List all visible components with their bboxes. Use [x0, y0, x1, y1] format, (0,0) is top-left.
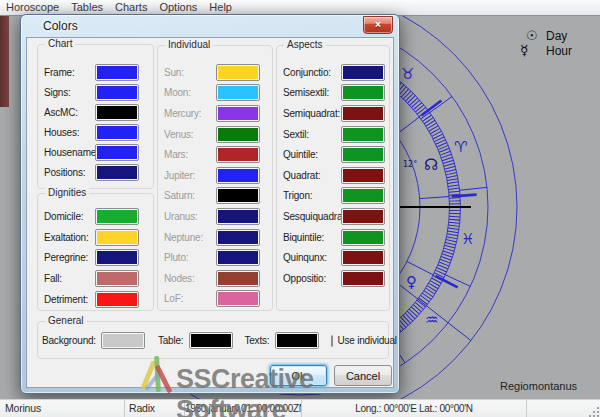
dignity-domicile-color-swatch[interactable] [95, 208, 139, 225]
color-row: Exaltation: [44, 227, 139, 248]
row-label: Mercury: [164, 108, 216, 119]
background-color-swatch[interactable] [101, 332, 145, 349]
resize-grip[interactable] [587, 405, 599, 417]
chart-signs-color-swatch[interactable] [95, 84, 139, 101]
row-label: Semiquadrat: [283, 108, 341, 119]
row-label: Positions: [44, 167, 95, 178]
color-fill [218, 210, 258, 223]
color-row: Jupiter: [164, 165, 260, 186]
color-row: Conjunctio: [283, 62, 385, 83]
color-row: Fall: [44, 268, 139, 289]
color-fill [343, 210, 383, 223]
color-fill [97, 106, 137, 119]
color-row: Venus: [164, 124, 260, 145]
color-fill [343, 148, 383, 161]
aspect-oppositio-color-swatch[interactable] [341, 270, 385, 287]
dignity-peregrine-color-swatch[interactable] [95, 249, 139, 266]
table-color-swatch[interactable] [189, 332, 233, 349]
color-fill [343, 128, 383, 141]
row-label: Domicile: [44, 211, 95, 222]
aspect-sextil-color-swatch[interactable] [341, 126, 385, 143]
aspect-conjunctio-color-swatch[interactable] [341, 64, 385, 81]
row-label: Mars: [164, 149, 216, 160]
row-label: Venus: [164, 129, 216, 140]
aspect-quintile-color-swatch[interactable] [341, 146, 385, 163]
group-general: General Background: Table: Texts: Use in… [37, 321, 389, 359]
color-fill [218, 292, 258, 305]
taurus-glyph: ♉ [401, 65, 414, 83]
ok-button[interactable]: Ok [270, 365, 327, 386]
individual-jupiter-color-swatch [216, 167, 260, 184]
sun-icon: ☉ [526, 28, 538, 43]
color-row: Quadrat: [283, 165, 385, 186]
color-fill [191, 334, 231, 347]
app-window: Horoscope Tables Charts Options Help [0, 0, 600, 417]
group-aspects: Aspects Conjunctio: Semisextil: Semiquad… [276, 45, 390, 311]
row-label: Saturn: [164, 190, 216, 201]
cancel-button[interactable]: Cancel [334, 365, 392, 386]
color-row: Quintile: [283, 144, 385, 165]
color-row: Sextil: [283, 124, 385, 145]
row-label: Quinqunx: [283, 252, 341, 263]
chart-ascmc-color-swatch[interactable] [95, 104, 139, 121]
status-datetime: 1950.january.01. 00:00:00ZN [185, 400, 302, 417]
aspect-trigon-color-swatch[interactable] [341, 187, 385, 204]
aspect-biquintile-color-swatch[interactable] [341, 229, 385, 246]
chart-positions-color-swatch[interactable] [95, 164, 139, 181]
use-individual-checkbox[interactable] [331, 335, 333, 347]
aspect-quinqunx-color-swatch[interactable] [341, 249, 385, 266]
color-row: Neptune: [164, 227, 260, 248]
use-individual-label: Use individual [337, 335, 396, 346]
pisces-glyph: ♓ [461, 230, 474, 248]
row-label: Quintile: [283, 149, 341, 160]
row-label: Frame: [44, 67, 95, 78]
menu-options[interactable]: Options [153, 0, 203, 15]
color-row: Sun: [164, 62, 260, 83]
close-button[interactable]: × [363, 16, 393, 34]
group-chart-label: Chart [45, 38, 75, 49]
row-label: LoF: [164, 293, 216, 304]
menu-charts[interactable]: Charts [109, 0, 153, 15]
aspect-quadrat-color-swatch[interactable] [341, 167, 385, 184]
color-row: Uranus: [164, 206, 260, 227]
aspect-sesquiquadrat-color-swatch[interactable] [341, 208, 385, 225]
row-label: Semisextil: [283, 87, 341, 98]
color-fill [218, 251, 258, 264]
row-label: Moon: [164, 87, 216, 98]
window-edge-strip [0, 10, 9, 107]
colors-dialog: Colors × Chart Frame: Signs: AscMC: Hous… [20, 14, 400, 394]
dignity-exaltation-color-swatch[interactable] [95, 229, 139, 246]
background-label: Background: [42, 335, 96, 346]
color-fill [218, 107, 258, 120]
color-row: Saturn: [164, 186, 260, 207]
color-row: Houses: [44, 122, 139, 142]
row-label: Jupiter: [164, 170, 216, 181]
row-label: Conjunctio: [283, 67, 341, 78]
group-chart: Chart Frame: Signs: AscMC: Houses: House… [37, 44, 154, 189]
row-label: Exaltation: [44, 232, 95, 243]
individual-pluto-color-swatch [216, 249, 260, 266]
row-label: Trigon: [283, 190, 341, 201]
color-row: Positions: [44, 162, 139, 182]
color-fill [97, 272, 137, 285]
menu-horoscope[interactable]: Horoscope [0, 0, 65, 15]
group-individual: Individual Sun: Moon: Mercury: Venus: Ma… [157, 45, 273, 311]
individual-venus-color-swatch [216, 126, 260, 143]
aspect-semiquadrat-color-swatch[interactable] [341, 105, 385, 122]
texts-color-swatch[interactable] [275, 332, 319, 349]
color-fill [97, 166, 137, 179]
chart-housenames-color-swatch[interactable] [95, 144, 139, 161]
dignity-detriment-color-swatch[interactable] [95, 291, 139, 308]
color-row: LoF: [164, 289, 260, 310]
hour-label: Hour [546, 44, 572, 58]
individual-sun-color-swatch [216, 64, 260, 81]
menu-help[interactable]: Help [203, 0, 238, 15]
dialog-title[interactable]: Colors [43, 19, 78, 33]
row-label: Sun: [164, 67, 216, 78]
aspect-semisextil-color-swatch[interactable] [341, 84, 385, 101]
chart-houses-color-swatch[interactable] [95, 124, 139, 141]
color-fill [343, 66, 383, 79]
menu-tables[interactable]: Tables [65, 0, 109, 15]
chart-frame-color-swatch[interactable] [95, 64, 139, 81]
dignity-fall-color-swatch[interactable] [95, 270, 139, 287]
